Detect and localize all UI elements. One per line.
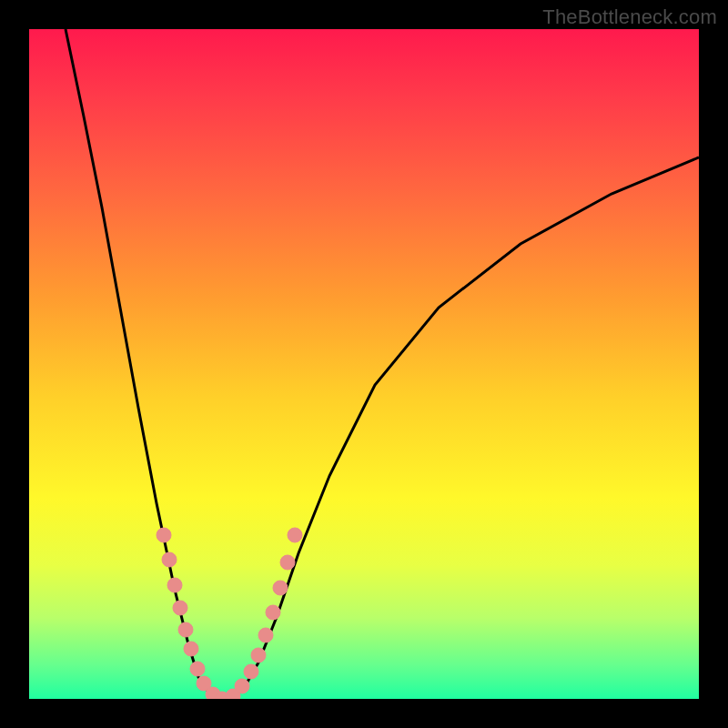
- marker-point: [184, 642, 198, 656]
- curve-left: [66, 29, 229, 699]
- marker-point: [178, 622, 193, 637]
- chart-frame: TheBottleneck.com: [0, 0, 728, 728]
- marker-point: [273, 581, 288, 595]
- marker-point: [162, 552, 177, 567]
- marker-point: [251, 648, 266, 662]
- curve-right: [229, 157, 699, 699]
- marker-point: [266, 605, 280, 620]
- plot-area: [29, 29, 699, 699]
- marker-point: [190, 662, 205, 676]
- marker-point: [280, 555, 295, 570]
- markers-group: [157, 528, 302, 699]
- marker-point: [173, 601, 187, 615]
- marker-point: [258, 628, 273, 642]
- marker-point: [157, 528, 171, 542]
- watermark-text: TheBottleneck.com: [542, 5, 717, 29]
- marker-point: [167, 578, 182, 592]
- marker-point: [235, 679, 249, 693]
- marker-point: [244, 664, 258, 679]
- chart-svg: [29, 29, 699, 699]
- marker-point: [288, 528, 302, 542]
